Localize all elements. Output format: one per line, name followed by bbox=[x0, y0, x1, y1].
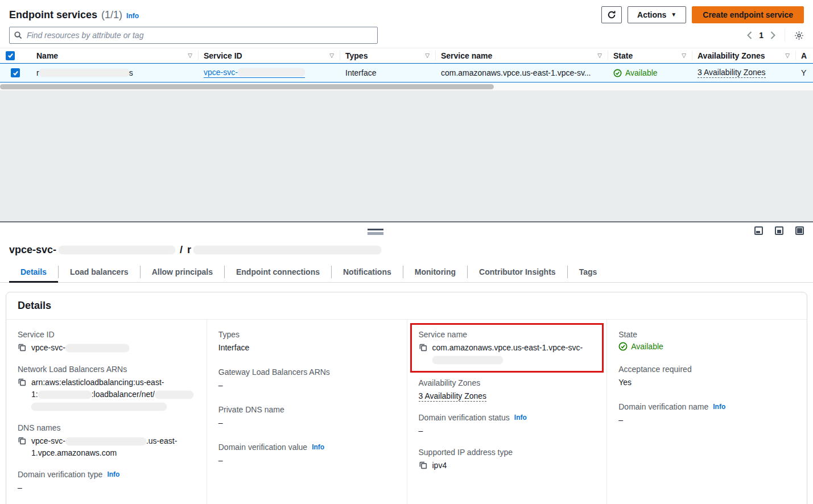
redacted-text bbox=[155, 391, 193, 399]
redacted-text bbox=[31, 403, 167, 411]
title-group: Endpoint services (1/1) Info bbox=[9, 9, 139, 21]
state-text: Available bbox=[625, 68, 658, 77]
filter-icon[interactable]: ▽ bbox=[785, 52, 790, 59]
split-panel-drag-handle[interactable] bbox=[368, 229, 383, 235]
select-all-checkbox[interactable] bbox=[6, 51, 15, 60]
panel-size-medium-icon[interactable] bbox=[775, 226, 783, 235]
details-card-body: Service ID vpce-svc- Network Load Balanc… bbox=[6, 320, 807, 504]
redacted-text bbox=[38, 391, 92, 399]
table-header: Name ▽ Service ID ▽ Types ▽ Service name… bbox=[0, 48, 813, 63]
info-link[interactable]: Info bbox=[514, 414, 527, 422]
column-header-name[interactable]: Name ▽ bbox=[31, 48, 198, 63]
create-endpoint-service-button[interactable]: Create endpoint service bbox=[692, 6, 804, 23]
cell-service-id: vpce-svc- bbox=[198, 64, 340, 82]
row-checkbox[interactable] bbox=[11, 68, 20, 77]
column-header-state[interactable]: State ▽ bbox=[608, 48, 692, 63]
tab-monitoring[interactable]: Monitoring bbox=[403, 264, 467, 282]
copy-icon[interactable] bbox=[419, 461, 427, 469]
cell-availability-zones: 3 Availability Zones bbox=[692, 64, 795, 82]
split-panel-controls bbox=[754, 226, 804, 235]
field-service-id: Service ID vpce-svc- bbox=[18, 330, 195, 354]
redacted-text bbox=[65, 437, 146, 445]
cell-name: rs bbox=[31, 64, 198, 82]
info-link[interactable]: Info bbox=[107, 470, 119, 478]
redacted-text bbox=[432, 356, 503, 364]
cell-service-name: com.amazonaws.vpce.us-east-1.vpce-sv... bbox=[435, 64, 608, 82]
info-link[interactable]: Info bbox=[713, 403, 725, 411]
actions-button[interactable]: Actions ▼ bbox=[628, 6, 686, 23]
service-id-link[interactable]: vpce-svc- bbox=[204, 68, 305, 78]
settings-gear-icon[interactable] bbox=[794, 31, 804, 40]
cell-acceptance: Y bbox=[795, 64, 813, 82]
refresh-icon bbox=[607, 10, 616, 19]
tab-load-balancers[interactable]: Load balancers bbox=[59, 264, 140, 282]
copy-icon[interactable] bbox=[18, 343, 26, 352]
pagination: 1 bbox=[747, 29, 804, 42]
tab-contributor-insights[interactable]: Contributor Insights bbox=[468, 264, 567, 282]
field-types: Types Interface bbox=[218, 330, 395, 354]
field-supported-ip: Supported IP address type ipv4 bbox=[419, 448, 596, 472]
info-link[interactable]: Info bbox=[126, 12, 139, 20]
availability-zones-popover[interactable]: 3 Availability Zones bbox=[698, 68, 766, 78]
copy-icon[interactable] bbox=[18, 378, 26, 386]
available-check-icon bbox=[618, 342, 628, 351]
details-card: Details Service ID vpce-svc- bbox=[6, 292, 807, 504]
redacted-text bbox=[39, 69, 129, 77]
info-link[interactable]: Info bbox=[312, 443, 324, 451]
tab-endpoint-connections[interactable]: Endpoint connections bbox=[225, 264, 331, 282]
page-title: Endpoint services bbox=[9, 9, 97, 21]
filter-icon[interactable]: ▽ bbox=[597, 52, 602, 59]
scrollbar-thumb[interactable] bbox=[0, 84, 494, 89]
table-row[interactable]: rs vpce-svc- Interface com.amazonaws.vpc… bbox=[0, 63, 813, 82]
tab-allow-principals[interactable]: Allow principals bbox=[141, 264, 224, 282]
field-private-dns-name: Private DNS name – bbox=[218, 405, 395, 429]
tab-details[interactable]: Details bbox=[9, 264, 58, 282]
tab-notifications[interactable]: Notifications bbox=[332, 264, 403, 282]
filter-icon[interactable]: ▽ bbox=[188, 52, 192, 59]
column-header-availability-zones[interactable]: Availability Zones ▽ bbox=[692, 48, 795, 63]
column-header-acceptance[interactable]: A bbox=[795, 48, 813, 63]
search-input[interactable] bbox=[9, 27, 378, 44]
field-state: State Available bbox=[618, 330, 795, 351]
redacted-text bbox=[59, 246, 175, 254]
previous-page-icon[interactable] bbox=[747, 31, 752, 39]
header-actions: Actions ▼ Create endpoint service bbox=[601, 6, 804, 23]
state-text: Available bbox=[631, 342, 663, 351]
field-domain-verification-status: Domain verification status Info – bbox=[419, 413, 596, 437]
page-header: Endpoint services (1/1) Info Actions ▼ bbox=[0, 0, 813, 24]
redacted-text bbox=[193, 246, 381, 254]
details-column-4: State Available Acceptance required bbox=[606, 320, 807, 504]
search-icon bbox=[14, 31, 22, 39]
horizontal-scrollbar bbox=[0, 82, 813, 91]
copy-icon[interactable] bbox=[18, 436, 26, 445]
create-label: Create endpoint service bbox=[703, 10, 793, 19]
field-domain-verification-type: Domain verification type Info – bbox=[18, 470, 195, 494]
column-header-service-name[interactable]: Service name ▽ bbox=[435, 48, 608, 63]
available-check-icon bbox=[613, 69, 622, 77]
filter-icon[interactable]: ▽ bbox=[682, 52, 686, 59]
endpoint-services-page: Endpoint services (1/1) Info Actions ▼ bbox=[0, 0, 813, 504]
field-service-name: Service name com.amazonaws.vpce.us-east-… bbox=[419, 330, 596, 366]
column-header-service-id[interactable]: Service ID ▽ bbox=[198, 48, 340, 63]
filter-icon[interactable]: ▽ bbox=[329, 52, 334, 59]
refresh-button[interactable] bbox=[601, 6, 622, 23]
panel-size-small-icon[interactable] bbox=[754, 226, 763, 235]
page-number[interactable]: 1 bbox=[759, 31, 764, 40]
cell-state: Available bbox=[608, 64, 692, 82]
divider bbox=[785, 29, 785, 42]
panel-size-large-icon[interactable] bbox=[795, 226, 804, 235]
column-header-types[interactable]: Types ▽ bbox=[340, 48, 435, 63]
availability-zones-popover[interactable]: 3 Availability Zones bbox=[419, 391, 487, 402]
toolbar-row: 1 bbox=[0, 24, 813, 46]
field-availability-zones: Availability Zones 3 Availability Zones bbox=[419, 378, 596, 402]
resource-count: (1/1) bbox=[101, 9, 122, 21]
split-panel: vpce-svc- / r Details Load balancers All… bbox=[0, 221, 813, 499]
copy-icon[interactable] bbox=[419, 343, 427, 352]
details-column-3: Service name com.amazonaws.vpce.us-east-… bbox=[407, 320, 607, 504]
row-select-cell bbox=[0, 64, 31, 82]
tab-tags[interactable]: Tags bbox=[568, 264, 609, 282]
field-glb-arns: Gateway Load Balancers ARNs – bbox=[218, 367, 395, 391]
field-dns-names: DNS names vpce-svc-.us-east- 1.vpce.amaz… bbox=[18, 423, 195, 459]
filter-icon[interactable]: ▽ bbox=[425, 52, 430, 59]
next-page-icon[interactable] bbox=[770, 31, 775, 39]
